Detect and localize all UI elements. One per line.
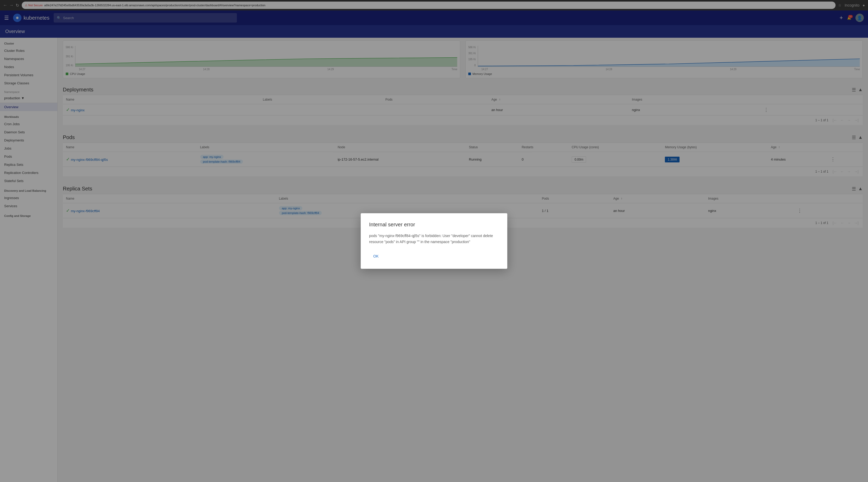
modal-actions: OK [369, 252, 499, 260]
modal-ok-button[interactable]: OK [369, 252, 383, 260]
modal-overlay[interactable]: Internal server error pods "my-nginx-f96… [0, 0, 868, 482]
modal-title: Internal server error [369, 222, 499, 228]
modal-dialog: Internal server error pods "my-nginx-f96… [361, 213, 507, 269]
modal-body: pods "my-nginx-f969cff84-qjl5s" is forbi… [369, 233, 499, 245]
